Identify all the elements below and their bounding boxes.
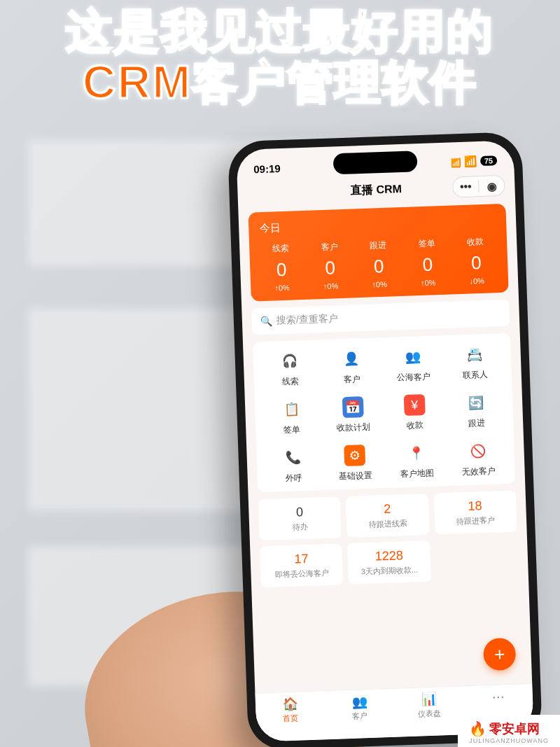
feature-followup[interactable]: 🔄跟进 [445, 391, 508, 431]
miniprogram-capsule[interactable]: ••• ◉ [452, 175, 505, 198]
pin-icon: 📍 [405, 442, 427, 464]
tile-pending-customers[interactable]: 18待跟进客户 [433, 491, 517, 535]
plus-icon: + [494, 643, 505, 666]
feature-payment-plan[interactable]: 📅收款计划 [322, 396, 385, 435]
watermark-name: 零安卓网 [489, 720, 540, 737]
feature-grid: 🎧线索 👤客户 👥公海客户 📇联系人 📋签单 📅收款计划 ¥收款 🔄跟进 📞外呼… [253, 333, 515, 493]
add-fab[interactable]: + [483, 638, 517, 671]
status-right: 📶 75 [451, 154, 498, 168]
nav-dashboard[interactable]: 📊 仪表盘 [394, 690, 465, 736]
nav-home[interactable]: 🏠 首页 [255, 695, 326, 741]
tile-losing-pool[interactable]: 17即将丢公海客户 [260, 543, 343, 587]
nav-customers[interactable]: 👥 客户 [325, 693, 396, 739]
customer-icon: 👤 [340, 348, 362, 370]
battery-indicator: 75 [480, 155, 498, 166]
close-target-icon[interactable]: ◉ [479, 179, 505, 193]
status-time: 09:19 [253, 162, 281, 174]
tile-due-payments[interactable]: 12283天内到期收款... [347, 540, 430, 585]
more-icon[interactable]: ••• [453, 180, 479, 193]
customers-nav-icon: 👥 [351, 694, 368, 710]
feature-leads[interactable]: 🎧线索 [258, 349, 321, 389]
phone-screen: 09:19 📶 75 直播 CRM ••• ◉ 今日 线索 0 [236, 140, 533, 741]
search-bar[interactable]: 🔍 搜索/查重客户 [251, 300, 510, 335]
tile-todo[interactable]: 0待办 [258, 496, 342, 540]
stat-payments[interactable]: 收款 0 ↓0% [451, 235, 501, 286]
leads-icon: 🎧 [279, 350, 300, 372]
headline-line2: CRM客户管理软件 [0, 57, 560, 108]
today-dashboard: 今日 线索 0 ↑0% 客户 0 ↑0% 跟进 0 ↑0% [248, 204, 508, 302]
call-icon: 📞 [282, 447, 304, 468]
wifi-icon: 📶 [464, 155, 478, 168]
tile-pending-leads[interactable]: 2待跟进线索 [346, 494, 429, 538]
followup-icon: 🔄 [465, 392, 487, 414]
feature-public-pool[interactable]: 👥公海客户 [382, 345, 444, 384]
gear-icon: ⚙ [344, 445, 365, 466]
stat-leads[interactable]: 线索 0 ↑0% [256, 242, 307, 293]
flame-icon: 🔥 [469, 720, 486, 737]
feature-customers[interactable]: 👤客户 [320, 347, 383, 386]
task-tiles: 0待办 2待跟进线索 18待跟进客户 17即将丢公海客户 12283天内到期收款… [258, 491, 519, 588]
feature-invalid[interactable]: 🚫无效客户 [447, 440, 510, 479]
stat-orders[interactable]: 签单 0 ↑0% [402, 237, 453, 288]
contacts-icon: 📇 [463, 344, 485, 365]
search-icon: 🔍 [260, 316, 273, 328]
app-title: 直播 CRM [351, 181, 402, 198]
stats-row: 线索 0 ↑0% 客户 0 ↑0% 跟进 0 ↑0% 签单 0 ↑0% [256, 235, 501, 293]
feature-settings[interactable]: ⚙基础设置 [323, 444, 386, 483]
watermark-url: JULINGANZHUOWANG [469, 737, 549, 744]
feature-payment[interactable]: ¥收款 [384, 393, 447, 433]
signal-icon [451, 155, 462, 168]
invalid-icon: 🚫 [467, 440, 489, 462]
feature-outbound[interactable]: 📞外呼 [262, 446, 325, 485]
promo-headline: 这是我见过最好用的 CRM客户管理软件 [0, 6, 560, 107]
notch [333, 151, 418, 174]
headline-line1: 这是我见过最好用的 [0, 6, 560, 57]
pool-icon: 👥 [402, 346, 424, 368]
period-label[interactable]: 今日 [255, 214, 499, 235]
feature-contacts[interactable]: 📇联系人 [443, 343, 506, 382]
dashboard-icon: 📊 [421, 692, 437, 708]
stat-followups[interactable]: 跟进 0 ↑0% [354, 239, 404, 289]
stat-customers[interactable]: 客户 0 ↑0% [305, 240, 356, 291]
orders-icon: 📋 [281, 398, 302, 420]
more-nav-icon: ⋯ [491, 689, 505, 705]
search-placeholder: 搜索/查重客户 [276, 312, 338, 327]
feature-orders[interactable]: 📋签单 [260, 398, 323, 437]
site-watermark: 🔥 零安卓网 JULINGANZHUOWANG [458, 715, 560, 747]
yen-icon: ¥ [404, 394, 426, 416]
phone-frame: 09:19 📶 75 直播 CRM ••• ◉ 今日 线索 0 [227, 132, 542, 747]
home-icon: 🏠 [282, 697, 298, 713]
feature-map[interactable]: 📍客户地图 [385, 442, 448, 481]
calendar-icon: 📅 [342, 396, 364, 418]
